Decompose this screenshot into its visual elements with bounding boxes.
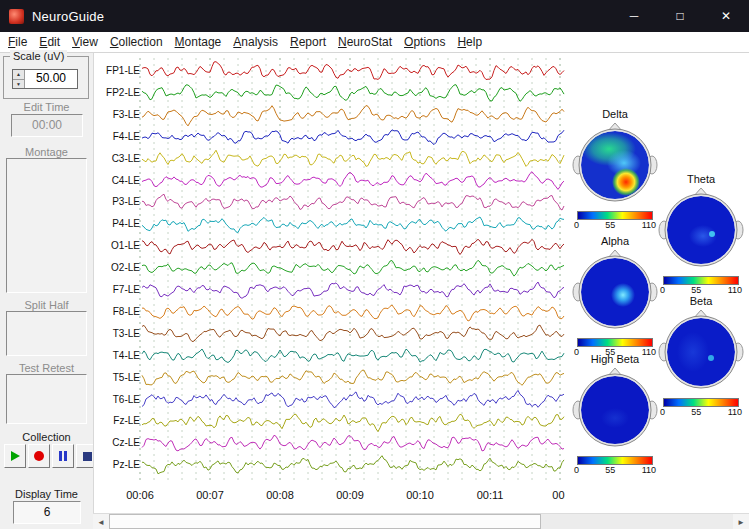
eeg-trace-f7-le xyxy=(142,282,564,298)
scale-tick: 55 xyxy=(691,407,701,417)
scale-tick: 0 xyxy=(574,220,579,230)
neuroguide-window: NeuroGuide ─ □ ✕ FileEditViewCollectionM… xyxy=(0,0,749,529)
display-time-label: Display Time xyxy=(0,488,93,500)
eeg-trace-cz-le xyxy=(142,435,564,451)
split-half-box xyxy=(6,311,87,356)
montage-label: Montage xyxy=(0,146,93,158)
color-scale-bar xyxy=(577,456,653,465)
channel-label-fp2-le: FP2-LE xyxy=(94,86,140,100)
time-label: 00:06 xyxy=(120,489,160,501)
time-label: 00:08 xyxy=(260,489,300,501)
menu-item-montage[interactable]: Montage xyxy=(169,33,228,51)
menu-item-analysis[interactable]: Analysis xyxy=(227,33,284,51)
channel-label-p4-le: P4-LE xyxy=(94,217,140,231)
eeg-trace-f3-le xyxy=(142,106,564,126)
eeg-trace-fz-le xyxy=(142,414,564,431)
record-button[interactable] xyxy=(28,444,50,468)
menu-item-edit[interactable]: Edit xyxy=(33,33,66,51)
close-button[interactable]: ✕ xyxy=(703,0,749,32)
scale-value: 50.00 xyxy=(25,70,77,88)
channel-label-f3-le: F3-LE xyxy=(94,108,140,122)
spin-up-icon[interactable]: ▲ xyxy=(13,70,24,80)
play-button[interactable] xyxy=(4,444,26,468)
title-bar[interactable]: NeuroGuide ─ □ ✕ xyxy=(0,0,749,32)
menu-item-options[interactable]: Options xyxy=(398,33,451,51)
eeg-trace-f8-le xyxy=(142,305,564,321)
eeg-panel[interactable]: FP1-LEFP2-LEF3-LEF4-LEC3-LEC4-LEP3-LEP4-… xyxy=(93,53,566,513)
topomap-alpha: Alpha 055110 xyxy=(569,235,661,357)
spin-down-icon[interactable]: ▼ xyxy=(13,80,24,89)
menu-item-view[interactable]: View xyxy=(66,33,104,51)
pause-button[interactable] xyxy=(52,444,74,468)
sidebar: Scale (uV) ▲ ▼ 50.00 Edit Time 00:00 Mon… xyxy=(0,53,93,529)
scale-spinner[interactable]: ▲ ▼ 50.00 xyxy=(12,69,78,89)
topomap-delta: Delta 055110 xyxy=(569,108,661,230)
scale-tick: 110 xyxy=(642,465,656,475)
spinner-arrows: ▲ ▼ xyxy=(13,70,25,88)
scroll-left-button[interactable]: ◄ xyxy=(93,514,109,529)
color-scale-bar xyxy=(663,398,739,407)
scale-tick: 55 xyxy=(605,465,615,475)
color-scale-bar xyxy=(663,276,739,285)
stop-icon xyxy=(83,452,92,461)
channel-label-o1-le: O1-LE xyxy=(94,239,140,253)
eeg-trace-t6-le xyxy=(142,390,564,407)
maximize-icon: □ xyxy=(676,9,683,23)
menu-bar: FileEditViewCollectionMontageAnalysisRep… xyxy=(0,32,749,53)
scroll-right-button[interactable]: ► xyxy=(733,514,749,529)
collection-buttons xyxy=(4,444,98,468)
color-scale-ticks: 055110 xyxy=(660,285,742,295)
time-label: 00:09 xyxy=(330,489,370,501)
eeg-trace-c4-le xyxy=(142,172,564,190)
eeg-trace-t3-le xyxy=(142,325,564,341)
window-title: NeuroGuide xyxy=(32,9,104,24)
color-scale-bar xyxy=(577,338,653,347)
eeg-trace-fp1-le xyxy=(142,62,564,80)
time-label: 00:11 xyxy=(470,489,510,501)
menu-item-neurostat[interactable]: NeuroStat xyxy=(332,33,398,51)
channel-label-c4-le: C4-LE xyxy=(94,174,140,188)
collection-label: Collection xyxy=(0,431,93,443)
channel-label-fp1-le: FP1-LE xyxy=(94,64,140,78)
topomap-title: Beta xyxy=(655,295,747,307)
menu-item-file[interactable]: File xyxy=(2,33,33,51)
app-icon xyxy=(9,9,24,24)
close-icon: ✕ xyxy=(721,9,731,23)
topomap-title: High Beta xyxy=(569,353,661,365)
window-controls: ─ □ ✕ xyxy=(611,0,749,32)
scale-tick: 110 xyxy=(642,220,656,230)
time-label: 00:10 xyxy=(400,489,440,501)
topomap-panel: Delta 055110Theta 055110Alpha 055110Beta… xyxy=(565,53,749,513)
head-topography xyxy=(569,248,661,332)
scale-tick: 110 xyxy=(728,407,742,417)
minimize-button[interactable]: ─ xyxy=(611,0,657,32)
edit-time-label: Edit Time xyxy=(0,101,93,113)
color-scale-ticks: 055110 xyxy=(574,220,656,230)
eeg-trace-p3-le xyxy=(142,194,564,210)
eeg-trace-o2-le xyxy=(142,260,564,276)
horizontal-scrollbar[interactable]: ◄ ► xyxy=(93,513,749,529)
channel-label-pz-le: Pz-LE xyxy=(94,458,140,472)
time-label: 00:07 xyxy=(190,489,230,501)
test-retest-label: Test Retest xyxy=(0,362,93,374)
menu-item-collection[interactable]: Collection xyxy=(104,33,169,51)
scale-tick: 55 xyxy=(691,285,701,295)
eeg-trace-canvas xyxy=(94,53,566,485)
maximize-button[interactable]: □ xyxy=(657,0,703,32)
color-scale-ticks: 055110 xyxy=(574,465,656,475)
channel-label-fz-le: Fz-LE xyxy=(94,414,140,428)
scrollbar-thumb[interactable] xyxy=(109,514,541,529)
time-label: 00: xyxy=(540,489,566,501)
scale-label: Scale (uV) xyxy=(10,50,67,62)
split-half-label: Split Half xyxy=(0,299,93,311)
eeg-trace-t5-le xyxy=(142,370,564,385)
menu-item-help[interactable]: Help xyxy=(451,33,488,51)
menu-item-report[interactable]: Report xyxy=(284,33,332,51)
eeg-trace-t4-le xyxy=(142,349,564,363)
head-topography xyxy=(569,121,661,205)
montage-list[interactable] xyxy=(6,158,87,293)
channel-label-c3-le: C3-LE xyxy=(94,152,140,166)
scroll-right-icon: ► xyxy=(737,518,745,527)
eeg-trace-f4-le xyxy=(142,130,564,145)
edit-time-field: 00:00 xyxy=(11,114,83,137)
